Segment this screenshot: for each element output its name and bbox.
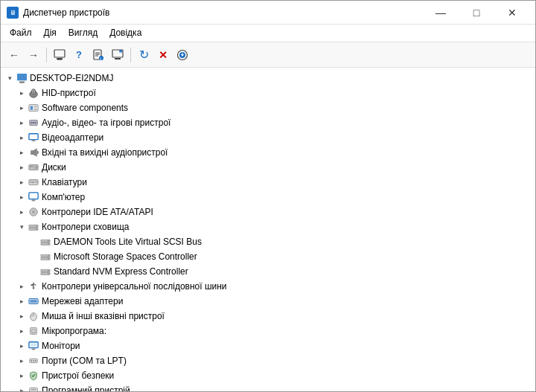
back-button[interactable]: ← <box>5 46 23 64</box>
toggle-video[interactable]: ▸ <box>16 132 28 144</box>
menu-action[interactable]: Дія <box>38 26 63 40</box>
tree-item-hid[interactable]: ▸ HID-пристрої <box>1 86 535 100</box>
svg-rect-26 <box>34 109 37 110</box>
toggle-software[interactable]: ▸ <box>16 102 28 114</box>
svg-rect-90 <box>31 360 32 362</box>
svg-rect-38 <box>30 166 34 167</box>
tree-item-firmware[interactable]: ▸ Мікропрограма: <box>1 324 535 338</box>
tree-item-root[interactable]: ▾ DESKTOP-EI2NDMJ <box>1 71 535 86</box>
label-security: Пристрої безпеки <box>42 370 114 381</box>
svg-rect-44 <box>36 181 37 181</box>
svg-rect-91 <box>33 360 34 362</box>
toggle-ide[interactable]: ▸ <box>16 206 28 218</box>
svg-rect-74 <box>31 284 34 286</box>
title-bar-left: 🖥 Диспетчер пристроїв <box>7 7 109 19</box>
toggle-prog-dev[interactable]: ▸ <box>16 385 28 391</box>
svg-point-58 <box>36 228 37 230</box>
tree-item-video[interactable]: ▸ Відеоадаптери <box>1 130 535 145</box>
icon-hid <box>28 87 39 99</box>
svg-rect-30 <box>33 122 34 123</box>
tree-item-computer[interactable]: ▸ Комп'ютер <box>1 190 535 205</box>
separator-2 <box>130 48 131 62</box>
toggle-root[interactable]: ▾ <box>4 72 16 84</box>
download-button[interactable] <box>173 46 191 64</box>
svg-rect-84 <box>32 330 35 332</box>
icon-ide <box>28 206 39 218</box>
uninstall-button[interactable]: ✕ <box>154 46 172 64</box>
menu-view[interactable]: Вигляд <box>63 26 103 40</box>
tree-item-ide[interactable]: ▸ Контролери IDE ATA/ATAPI <box>1 205 535 219</box>
label-mouse: Миша й інші вказівні пристрої <box>42 311 165 321</box>
tree-item-prog-dev[interactable]: ▸ Програмний пристрій <box>1 383 535 391</box>
properties-button[interactable]: i <box>89 46 107 64</box>
svg-rect-49 <box>29 193 38 199</box>
icon-audio-io <box>28 147 39 158</box>
forward-button[interactable]: → <box>25 46 42 64</box>
svg-point-29 <box>34 121 37 124</box>
maximize-button[interactable]: □ <box>459 3 494 22</box>
svg-rect-43 <box>35 181 36 181</box>
scan-button[interactable]: + <box>109 46 127 64</box>
window-icon: 🖥 <box>7 7 19 19</box>
icon-microsoft-storage <box>39 251 51 263</box>
svg-marker-34 <box>31 149 37 157</box>
tree-item-monitors[interactable]: ▸ Монітори <box>1 338 535 353</box>
toggle-usb-ctrl[interactable]: ▸ <box>16 280 28 292</box>
label-prog-dev: Програмний пристрій <box>42 385 130 391</box>
toggle-mouse[interactable]: ▸ <box>16 310 28 322</box>
toggle-computer[interactable]: ▸ <box>16 191 28 203</box>
label-firmware: Мікропрограма: <box>42 326 106 336</box>
icon-disks <box>28 161 39 173</box>
toggle-audio-video[interactable]: ▸ <box>16 117 28 129</box>
tree-item-security[interactable]: ▸ Пристрої безпеки <box>1 368 535 383</box>
menu-file[interactable]: Файл <box>4 26 38 40</box>
title-bar: 🖥 Диспетчер пристроїв — □ ✕ <box>1 1 535 25</box>
tree-item-audio-io[interactable]: ▸ Вхідні та вихідні аудіопристрої <box>1 145 535 160</box>
toggle-hid[interactable]: ▸ <box>16 87 28 99</box>
svg-rect-40 <box>30 181 31 181</box>
tree-item-microsoft-storage[interactable]: Microsoft Storage Spaces Controller <box>1 249 535 264</box>
tree-item-usb-ctrl[interactable]: ▸ Контролери універсальної послідовної ш… <box>1 279 535 294</box>
tree-item-disks[interactable]: ▸ Диски <box>1 160 535 175</box>
help-button[interactable]: ? <box>70 46 88 64</box>
toggle-monitors[interactable]: ▸ <box>16 340 28 352</box>
tree-item-network[interactable]: ▸ Мережеві адаптери <box>1 294 535 309</box>
device-tree[interactable]: ▾ DESKTOP-EI2NDMJ ▸ HID-пристрої ▸ Softw… <box>1 68 535 391</box>
svg-point-37 <box>36 167 36 167</box>
tree-item-mouse[interactable]: ▸ Миша й інші вказівні пристрої <box>1 309 535 324</box>
svg-point-57 <box>36 225 37 227</box>
minimize-button[interactable]: — <box>424 3 458 22</box>
icon-daemon <box>39 236 51 248</box>
svg-point-62 <box>48 243 49 245</box>
label-computer: Комп'ютер <box>42 192 85 202</box>
toggle-storage-ctrl[interactable]: ▾ <box>16 221 28 233</box>
tree-item-daemon[interactable]: DAEMON Tools Lite Virtual SCSI Bus <box>1 234 535 249</box>
close-button[interactable]: ✕ <box>495 3 529 22</box>
svg-point-70 <box>48 273 49 274</box>
menu-help[interactable]: Довідка <box>103 26 147 40</box>
icon-security <box>28 370 39 382</box>
tree-item-keyboards[interactable]: ▸ Клавіатури <box>1 175 535 190</box>
label-usb-ctrl: Контролери універсальної послідовної шин… <box>42 281 227 292</box>
toggle-disks[interactable]: ▸ <box>16 161 28 173</box>
tree-item-ports[interactable]: ▸ Порти (COM та LPT) <box>1 353 535 368</box>
svg-rect-46 <box>31 182 34 183</box>
toggle-keyboards[interactable]: ▸ <box>16 176 28 188</box>
toggle-firmware[interactable]: ▸ <box>16 325 28 337</box>
toggle-microsoft-storage <box>28 251 39 263</box>
label-ide: Контролери IDE ATA/ATAPI <box>42 207 153 217</box>
toggle-audio-io[interactable]: ▸ <box>16 147 28 158</box>
tree-item-storage-ctrl[interactable]: ▾ Контролери сховища <box>1 219 535 234</box>
computer-button[interactable] <box>51 46 68 64</box>
toggle-network[interactable]: ▸ <box>16 295 28 307</box>
tree-item-software[interactable]: ▸ Software components <box>1 100 535 115</box>
svg-rect-77 <box>31 300 37 303</box>
tree-item-audio-video[interactable]: ▸ Аудіо-, відео- та ігрові пристрої <box>1 115 535 130</box>
svg-point-61 <box>48 240 49 242</box>
update-driver-button[interactable]: ↻ <box>135 46 153 64</box>
tree-item-standard-nvme[interactable]: Standard NVM Express Controller <box>1 264 535 279</box>
toggle-security[interactable]: ▸ <box>16 370 28 382</box>
icon-software <box>28 102 39 114</box>
icon-network <box>28 295 39 307</box>
toggle-ports[interactable]: ▸ <box>16 355 28 367</box>
